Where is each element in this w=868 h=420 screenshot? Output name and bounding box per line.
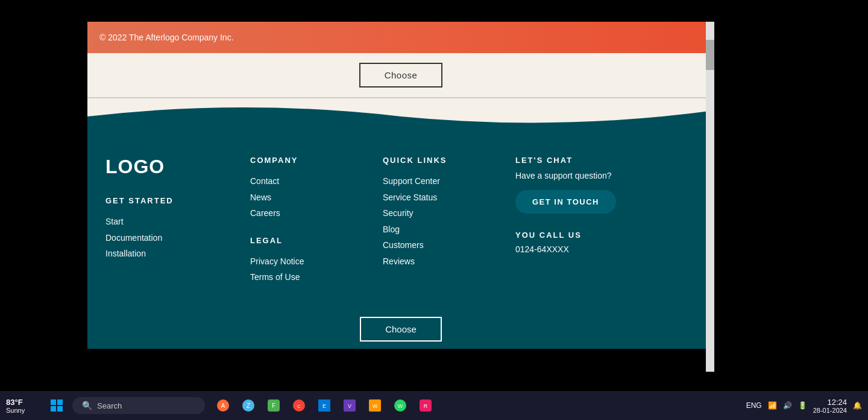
choose-top-container: Choose — [87, 53, 714, 97]
app-icon-9: R — [418, 398, 433, 413]
weather-temp: 83°F — [6, 398, 36, 407]
footer-logo: LOGO — [105, 156, 238, 178]
wifi-icon: 📶 — [768, 401, 777, 410]
choose-top-button[interactable]: Choose — [359, 63, 443, 88]
svg-rect-1 — [57, 399, 63, 405]
viewport-scrollbar[interactable] — [706, 22, 714, 372]
windows-icon — [51, 399, 63, 412]
footer-link-blog[interactable]: Blog — [383, 221, 503, 238]
footer-col-2: COMPANY Contact News Careers LEGAL Priva… — [250, 156, 371, 285]
search-icon: 🔍 — [82, 401, 92, 410]
svg-text:Z: Z — [247, 402, 250, 409]
taskbar-app-6[interactable]: V — [339, 395, 360, 416]
taskbar-app-9[interactable]: R — [415, 395, 436, 416]
top-bar — [87, 0, 714, 22]
svg-text:A: A — [221, 402, 225, 409]
footer: LOGO GET STARTED Start Documentation Ins… — [87, 132, 714, 310]
phone-number: 0124-64XXXX — [515, 244, 666, 254]
footer-link-privacy[interactable]: Privacy Notice — [250, 253, 371, 270]
footer-link-start[interactable]: Start — [105, 214, 238, 230]
taskbar: 83°F Sunny 🔍 Search A Z — [0, 391, 868, 420]
copyright-text: © 2022 The Afterlogo Company Inc. — [99, 33, 234, 42]
taskbar-app-1[interactable]: A — [212, 395, 234, 416]
svg-text:W: W — [398, 403, 403, 409]
app-icon-4: C — [292, 398, 306, 413]
footer-link-installation[interactable]: Installation — [105, 246, 238, 262]
weather-condition: Sunny — [6, 407, 36, 414]
taskbar-lang: ENG — [746, 401, 762, 410]
left-panel — [0, 0, 87, 391]
viewport-scrollbar-thumb[interactable] — [706, 40, 714, 70]
footer-link-terms[interactable]: Terms of Use — [250, 269, 371, 285]
taskbar-app-2[interactable]: Z — [237, 395, 259, 416]
footer-col-4: LET'S CHAT Have a support question? GET … — [515, 156, 666, 285]
footer-col-3: QUICK LINKS Support Center Service Statu… — [383, 156, 503, 285]
taskbar-app-7[interactable]: W — [364, 395, 386, 416]
company-title: COMPANY — [250, 156, 371, 165]
search-label: Search — [97, 401, 122, 410]
start-button[interactable] — [46, 395, 68, 416]
taskbar-clock: 12:24 28-01-2024 — [813, 398, 847, 414]
footer-link-documentation[interactable]: Documentation — [105, 230, 238, 246]
copyright-bar: © 2022 The Afterlogo Company Inc. — [87, 22, 714, 53]
taskbar-weather: 83°F Sunny — [6, 398, 36, 414]
footer-link-security[interactable]: Security — [383, 205, 503, 221]
app-icon-2: Z — [241, 398, 256, 413]
footer-link-news[interactable]: News — [250, 189, 371, 206]
legal-title: LEGAL — [250, 236, 371, 245]
battery-icon: 🔋 — [798, 401, 807, 410]
lets-chat-title: LET'S CHAT — [515, 156, 666, 165]
app-icon-5: E — [317, 398, 332, 413]
app-icon-1: A — [216, 398, 230, 413]
footer-col-1: LOGO GET STARTED Start Documentation Ins… — [105, 156, 238, 285]
taskbar-right: ENG 📶 🔊 🔋 12:24 28-01-2024 🔔 — [746, 398, 862, 414]
support-question: Have a support question? — [515, 171, 666, 180]
get-in-touch-button[interactable]: GET IN TOUCH — [515, 190, 616, 214]
svg-text:W: W — [373, 403, 378, 409]
you-call-us-title: YOU CALL US — [515, 231, 666, 240]
wave-container — [87, 98, 714, 132]
app-icon-7: W — [368, 398, 382, 413]
get-started-title: GET STARTED — [105, 196, 238, 205]
footer-link-reviews[interactable]: Reviews — [383, 253, 503, 270]
taskbar-date: 28-01-2024 — [813, 407, 847, 414]
quick-links-title: QUICK LINKS — [383, 156, 503, 165]
taskbar-search[interactable]: 🔍 Search — [72, 397, 205, 414]
app-icon-6: V — [342, 398, 357, 413]
taskbar-app-5[interactable]: E — [313, 395, 335, 416]
taskbar-app-8[interactable]: W — [389, 395, 411, 416]
svg-text:E: E — [322, 403, 326, 409]
taskbar-app-4[interactable]: C — [288, 395, 310, 416]
taskbar-time: 12:24 — [813, 398, 847, 407]
footer-link-support[interactable]: Support Center — [383, 173, 503, 189]
choose-bottom-container: Choose — [87, 310, 714, 349]
svg-text:R: R — [424, 403, 428, 409]
taskbar-app-3[interactable]: F — [263, 395, 285, 416]
footer-link-customers[interactable]: Customers — [383, 237, 503, 253]
svg-rect-3 — [57, 406, 63, 412]
svg-text:F: F — [272, 402, 275, 409]
svg-text:V: V — [348, 403, 351, 409]
footer-link-service-status[interactable]: Service Status — [383, 189, 503, 206]
svg-rect-2 — [51, 406, 56, 412]
app-icon-3: F — [266, 398, 281, 413]
app-icon-8: W — [393, 398, 407, 413]
volume-icon: 🔊 — [783, 401, 792, 410]
wave-svg — [87, 98, 714, 132]
right-panel — [690, 0, 858, 391]
footer-link-contact[interactable]: Contact — [250, 173, 371, 189]
choose-bottom-button[interactable]: Choose — [360, 317, 442, 342]
taskbar-apps: A Z F C E — [212, 395, 436, 416]
svg-rect-0 — [51, 399, 56, 405]
footer-link-careers[interactable]: Careers — [250, 205, 371, 221]
viewport: © 2022 The Afterlogo Company Inc. Choose… — [87, 22, 714, 372]
notification-icon[interactable]: 🔔 — [853, 401, 862, 410]
svg-text:C: C — [297, 404, 301, 409]
